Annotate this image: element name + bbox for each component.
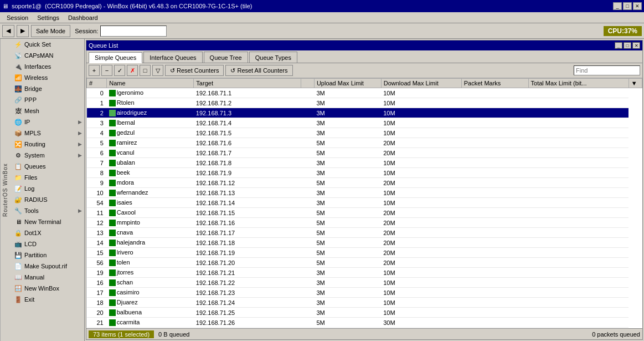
sidebar-item-interfaces[interactable]: 🔌 Interfaces	[10, 61, 84, 72]
table-row[interactable]: 5 ramirez 192.168.71.6 5M 20M	[87, 138, 642, 148]
cell-total	[528, 198, 628, 208]
cell-dir	[301, 268, 314, 278]
table-row[interactable]: 20 balbuena 192.168.71.25 3M 10M	[87, 308, 642, 318]
sidebar-item-exit[interactable]: 🚪 Exit	[10, 294, 84, 305]
table-row[interactable]: 56 tolen 192.168.71.20 5M 20M	[87, 258, 642, 268]
table-row[interactable]: 8 beek 192.168.71.9 3M 10M	[87, 168, 642, 178]
cell-dir	[301, 128, 314, 138]
table-row[interactable]: 10 wfernandez 192.168.71.13 3M 10M	[87, 188, 642, 198]
forward-button[interactable]: ▶	[17, 25, 29, 37]
table-row[interactable]: 19 jtorres 192.168.71.21 3M 10M	[87, 268, 642, 278]
table-row[interactable]: 7 ubalan 192.168.71.8 3M 10M	[87, 158, 642, 168]
queue-window-close[interactable]: ✕	[632, 42, 640, 49]
back-button[interactable]: ◀	[2, 25, 14, 37]
sidebar-item-lcd[interactable]: 📺 LCD	[10, 238, 84, 250]
cell-num: 9	[87, 178, 107, 188]
table-row[interactable]: 17 casimiro 192.168.71.23 3M 10M	[87, 288, 642, 298]
table-row[interactable]: 1 Rtolen 192.168.71.2 3M 10M	[87, 98, 642, 108]
sidebar-item-radius[interactable]: 🔐 RADIUS	[10, 194, 84, 205]
sidebar-item-make-supout[interactable]: 📄 Make Supout.rif	[10, 261, 84, 272]
col-header-dir[interactable]	[301, 79, 314, 88]
table-row[interactable]: 9 mdora 192.168.71.12 5M 20M	[87, 178, 642, 188]
session-input[interactable]	[100, 26, 167, 37]
table-row[interactable]: 2 airodriguez 192.168.71.3 3M 10M	[87, 108, 642, 118]
sidebar-item-quick-set[interactable]: ⚡ Quick Set	[10, 39, 84, 50]
table-row[interactable]: 14 halejandra 192.168.71.18 5M 20M	[87, 238, 642, 248]
sidebar-item-tools[interactable]: 🔧 Tools ▶	[10, 205, 84, 216]
cell-num: 13	[87, 228, 107, 238]
tab-queue-types[interactable]: Queue Types	[249, 52, 297, 63]
sidebar-item-dot1x[interactable]: 🔒 Dot1X	[10, 227, 84, 238]
table-row[interactable]: 6 vcanul 192.168.71.7 5M 20M	[87, 148, 642, 158]
cell-marks	[461, 238, 528, 248]
table-row[interactable]: 12 mmpinto 192.168.71.16 5M 20M	[87, 218, 642, 228]
table-row[interactable]: 54 isaies 192.168.71.14 3M 10M	[87, 198, 642, 208]
menu-session[interactable]: Session	[2, 13, 33, 22]
sidebar-item-system[interactable]: ⚙ System ▶	[10, 150, 84, 161]
cell-num: 20	[87, 308, 107, 318]
table-row[interactable]: 0 lgeronimo 192.168.71.1 3M 10M	[87, 88, 642, 98]
sidebar-item-files[interactable]: 📁 Files	[10, 172, 84, 183]
table-row[interactable]: 11 Caxool 192.168.71.15 5M 20M	[87, 208, 642, 218]
tab-simple-queues[interactable]: Simple Queues	[89, 52, 142, 63]
queue-window-minimize[interactable]: _	[615, 42, 622, 49]
col-header-name[interactable]: Name	[107, 79, 194, 88]
queue-table-wrap[interactable]: # Name Target Upload Max Limit Download …	[86, 78, 642, 328]
table-row[interactable]: 13 cnava 192.168.71.17 5M 20M	[87, 228, 642, 238]
maximize-button[interactable]: □	[623, 2, 632, 10]
add-button[interactable]: +	[89, 65, 100, 76]
menu-settings[interactable]: Settings	[33, 13, 64, 22]
reset-counters-button[interactable]: ↺ Reset Counters	[165, 65, 224, 76]
title-left: 🖥 soporte1@ (CCR1009 Pedregal) - WinBox …	[2, 3, 252, 9]
sidebar-label-mpls: MPLS	[24, 130, 41, 136]
close-button[interactable]: ✕	[633, 2, 642, 10]
tab-interface-queues[interactable]: Interface Queues	[143, 52, 202, 63]
sidebar-item-mpls[interactable]: 📦 MPLS ▶	[10, 128, 84, 139]
col-header-upload[interactable]: Upload Max Limit	[314, 79, 381, 88]
sidebar-item-routing[interactable]: 🔀 Routing ▶	[10, 139, 84, 150]
table-row[interactable]: 15 lrivero 192.168.71.19 5M 20M	[87, 248, 642, 258]
table-row[interactable]: 16 schan 192.168.71.22 3M 10M	[87, 278, 642, 288]
table-row[interactable]: 4 gedzul 192.168.71.5 3M 10M	[87, 128, 642, 138]
sidebar-item-ppp[interactable]: 🔗 PPP	[10, 94, 84, 105]
enable-button[interactable]: ✓	[114, 65, 125, 76]
reset-all-counters-button[interactable]: ↺ Reset All Counters	[225, 65, 292, 76]
queue-window-maximize[interactable]: □	[624, 42, 631, 49]
sidebar-item-mesh[interactable]: 🕸 Mesh	[10, 105, 84, 116]
remove-button[interactable]: −	[101, 65, 112, 76]
cell-marks	[461, 138, 528, 148]
cell-marks	[461, 278, 528, 288]
copy-button[interactable]: □	[140, 65, 151, 76]
filter-button[interactable]: ▽	[152, 65, 163, 76]
table-row[interactable]: 3 lbernal 192.168.71.4 3M 10M	[87, 118, 642, 128]
menu-dashboard[interactable]: Dashboard	[64, 13, 102, 22]
cell-marks	[461, 148, 528, 158]
tab-queue-tree[interactable]: Queue Tree	[204, 52, 248, 63]
cell-num: 56	[87, 258, 107, 268]
cell-dir	[301, 168, 314, 178]
sidebar-item-ip[interactable]: 🌐 IP ▶	[10, 116, 84, 128]
minimize-button[interactable]: _	[613, 2, 622, 10]
sidebar-item-queues[interactable]: 📋 Queues	[10, 161, 84, 172]
col-header-target[interactable]: Target	[194, 79, 301, 88]
disable-button[interactable]: ✗	[127, 65, 138, 76]
sidebar-item-new-winbox[interactable]: 🪟 New WinBox	[10, 283, 84, 294]
col-header-num[interactable]: #	[87, 79, 107, 88]
col-header-download[interactable]: Download Max Limit	[381, 79, 461, 88]
table-row[interactable]: 18 Djuarez 192.168.71.24 3M 10M	[87, 298, 642, 308]
sidebar-item-bridge[interactable]: 🌉 Bridge	[10, 83, 84, 94]
sidebar-item-log[interactable]: 📝 Log	[10, 183, 84, 194]
sidebar-item-wireless[interactable]: 📶 Wireless	[10, 72, 84, 83]
table-row[interactable]: 21 ccarmita 192.168.71.26 5M 30M	[87, 318, 642, 328]
safe-mode-button[interactable]: Safe Mode	[31, 25, 70, 37]
interfaces-icon: 🔌	[14, 63, 22, 70]
col-header-marks[interactable]: Packet Marks	[461, 79, 528, 88]
sidebar-item-capsman[interactable]: 📡 CAPsMAN	[10, 50, 84, 61]
find-input[interactable]	[574, 65, 640, 75]
sidebar-item-manual[interactable]: 📖 Manual	[10, 272, 84, 283]
col-header-total[interactable]: Total Max Limit (bit...	[528, 79, 628, 88]
cell-upload: 3M	[314, 108, 381, 118]
cell-name: airodriguez	[107, 108, 194, 118]
sidebar-item-new-terminal[interactable]: 🖥 New Terminal	[10, 216, 84, 227]
sidebar-item-partition[interactable]: 💾 Partition	[10, 250, 84, 261]
